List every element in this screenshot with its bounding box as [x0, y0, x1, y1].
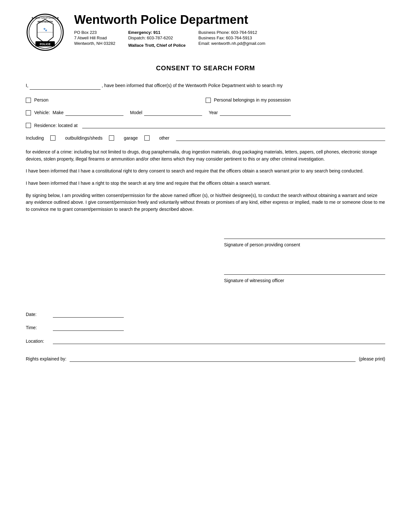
please-print: (please print) [359, 355, 385, 363]
belongings-label: Personal belongings in my possession [214, 96, 291, 104]
paragraph2: I have been informed that I have a const… [26, 168, 385, 175]
model-field[interactable] [144, 110, 202, 116]
name-field[interactable] [30, 84, 101, 90]
address-line2: 7 Atwell Hill Road [74, 35, 115, 40]
department-logo: POLICE ★ NEW HAMPSHIRE ★ 🐾 WENTWORTH [26, 13, 64, 52]
page-header: POLICE ★ NEW HAMPSHIRE ★ 🐾 WENTWORTH Wen… [26, 13, 385, 52]
time-field[interactable] [53, 325, 124, 331]
header-business-col: Business Phone: 603-764-5912 Business Fa… [199, 30, 266, 48]
rights-row: Rights explained by: (please print) [26, 355, 385, 363]
rights-field[interactable] [70, 356, 356, 362]
paragraph3: I have been informed that I have a right… [26, 180, 385, 187]
location-label: Location: [26, 337, 52, 345]
email: Email: wentworth.nh.pd@gmail.com [199, 41, 266, 46]
consent-signature-block: Signature of person providing consent [224, 229, 385, 249]
business-phone: Business Phone: 603-764-5912 [199, 30, 266, 35]
consent-signature-label: Signature of person providing consent [224, 241, 385, 249]
form-body: I, , have been informed that officer(s) … [26, 82, 385, 363]
vehicle-label: Vehicle: [34, 109, 50, 117]
checkbox-belongings-group: Personal belongings in my possession [206, 96, 386, 104]
make-field[interactable] [65, 110, 123, 116]
paragraph4: By signing below, I am providing written… [26, 192, 385, 213]
checkbox-person[interactable] [26, 98, 31, 103]
checkbox-belongings[interactable] [206, 98, 211, 103]
header-contact-col: Emergency: 911 Dispatch: 603-787-6202 Wa… [128, 30, 186, 48]
address-line3: Wentworth, NH 03282 [74, 41, 115, 46]
date-field[interactable] [53, 312, 124, 318]
person-row: Person Personal belongings in my possess… [26, 96, 385, 104]
time-row: Time: [26, 324, 385, 332]
year-label: Year [209, 109, 218, 117]
svg-text:★ NEW HAMPSHIRE ★: ★ NEW HAMPSHIRE ★ [31, 16, 59, 19]
address-line1: PO Box 223 [74, 30, 115, 35]
header-text-block: Wentworth Police Department PO Box 223 7… [74, 13, 385, 48]
date-label: Date: [26, 310, 52, 319]
make-label: Make [53, 109, 64, 117]
emergency-label: Emergency: 911 [128, 30, 186, 35]
svg-marker-2 [37, 19, 53, 44]
residence-label: Residence: located at [34, 122, 78, 130]
intro-line: I, , have been informed that officer(s) … [26, 82, 385, 90]
bottom-fields: Date: Time: Location: [26, 310, 385, 345]
garage-label: garage [124, 134, 138, 142]
location-field[interactable] [53, 338, 385, 344]
vehicle-row: Vehicle: Make Model Year [26, 109, 385, 117]
checkbox-person-group: Person [26, 96, 206, 104]
officer-signature-label: Signature of witnessing officer [224, 277, 385, 285]
outbuildings-label: outbuildings/sheds [65, 134, 103, 142]
intro-text: , have been informed that officer(s) of … [102, 83, 283, 88]
checkbox-residence[interactable] [26, 123, 31, 128]
model-label: Model [130, 109, 142, 117]
residence-row: Residence: located at [26, 122, 385, 130]
year-field[interactable] [220, 110, 291, 116]
svg-text:🐾: 🐾 [43, 27, 47, 32]
officer-signature-line[interactable] [224, 265, 385, 275]
header-info-block: PO Box 223 7 Atwell Hill Road Wentworth,… [74, 30, 385, 48]
location-row: Location: [26, 337, 385, 345]
svg-text:WENTWORTH: WENTWORTH [37, 21, 53, 23]
form-title: CONSENT TO SEARCH FORM [26, 64, 385, 72]
checkbox-outbuildings[interactable] [50, 135, 55, 141]
other-label: other [159, 134, 170, 142]
svg-text:POLICE: POLICE [40, 43, 51, 46]
paragraph1: for evidence of a crime: including but n… [26, 149, 385, 163]
department-title: Wentworth Police Department [74, 13, 385, 27]
including-label: Including [26, 134, 44, 142]
business-fax: Business Fax: 603-764-5913 [199, 35, 266, 40]
other-field[interactable] [176, 135, 385, 141]
person-label: Person [34, 96, 48, 104]
dispatch-label: Dispatch: 603-787-6202 [128, 35, 186, 40]
intro-i: I, [26, 83, 30, 88]
officer-signature-block: Signature of witnessing officer [224, 265, 385, 285]
checkbox-garage[interactable] [109, 135, 114, 141]
residence-field[interactable] [82, 123, 385, 128]
time-label: Time: [26, 324, 52, 332]
including-row: Including outbuildings/sheds garage othe… [26, 134, 385, 142]
checkbox-other[interactable] [144, 135, 150, 141]
consent-signature-line[interactable] [224, 229, 385, 239]
header-address-col: PO Box 223 7 Atwell Hill Road Wentworth,… [74, 30, 115, 48]
date-row: Date: [26, 310, 385, 319]
rights-label: Rights explained by: [26, 355, 66, 363]
signature-section: Signature of person providing consent Si… [26, 229, 385, 301]
checkbox-vehicle[interactable] [26, 110, 31, 115]
chief-name: Wallace Trott, Chief of Police [128, 43, 186, 48]
